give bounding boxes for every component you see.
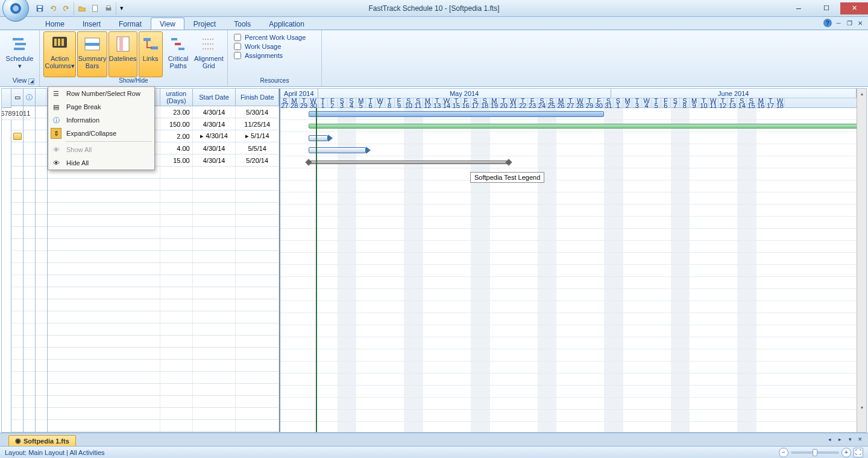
minimize-button[interactable]: ─ xyxy=(785,2,813,14)
table-row[interactable] xyxy=(48,203,279,215)
new-icon[interactable] xyxy=(89,2,101,14)
print-icon[interactable] xyxy=(102,2,115,14)
gantt-bar[interactable] xyxy=(309,111,604,117)
gantt-row[interactable] xyxy=(280,313,857,325)
action-cell[interactable] xyxy=(36,227,47,239)
gantt-row[interactable] xyxy=(280,144,857,156)
legend-box[interactable]: Softpedia Test Legend xyxy=(470,172,544,183)
dd-row-number[interactable]: ☰Row Number/Select Row xyxy=(48,87,154,100)
gantt-row[interactable] xyxy=(280,277,857,289)
dd-information[interactable]: ⓘInformation xyxy=(48,113,154,127)
gantt-row[interactable] xyxy=(280,361,857,374)
action-cell[interactable] xyxy=(24,203,35,215)
action-cell[interactable] xyxy=(11,118,23,130)
dd-expand-collapse[interactable]: ⇕Expand/Collapse xyxy=(48,127,154,140)
action-cell[interactable] xyxy=(36,118,47,130)
dd-page-break[interactable]: ▤Page Break xyxy=(48,100,154,113)
action-cell[interactable] xyxy=(36,191,47,203)
gantt-row[interactable] xyxy=(280,325,857,337)
table-row[interactable] xyxy=(48,215,279,227)
work-usage-check[interactable]: Work Usage xyxy=(234,43,306,50)
zoom-in-button[interactable]: + xyxy=(841,448,851,457)
table-row[interactable] xyxy=(48,179,279,191)
table-row[interactable] xyxy=(48,227,279,239)
gantt-row[interactable] xyxy=(280,265,857,277)
gantt-bar[interactable] xyxy=(309,124,857,129)
tab-insert[interactable]: Insert xyxy=(74,17,110,30)
gantt-chart[interactable]: April 2014May 2014June 2014 S27M28T29W30… xyxy=(280,89,857,432)
action-cell[interactable] xyxy=(24,215,35,227)
action-cell[interactable] xyxy=(36,106,47,118)
tab-home[interactable]: Home xyxy=(36,17,74,30)
action-cell[interactable] xyxy=(36,179,47,191)
zoom-slider[interactable] xyxy=(791,451,839,454)
action-cell[interactable] xyxy=(36,167,47,179)
doc-tab[interactable]: ◉Softpedia 1.fts xyxy=(8,435,76,446)
gantt-row[interactable] xyxy=(280,205,857,217)
action-cell[interactable] xyxy=(36,154,47,167)
gantt-row[interactable] xyxy=(280,337,857,349)
open-icon[interactable] xyxy=(76,2,88,14)
gantt-row[interactable] xyxy=(280,289,857,301)
gantt-bar[interactable] xyxy=(309,161,509,164)
action-cell[interactable] xyxy=(36,203,47,215)
help-icon[interactable]: ? xyxy=(823,19,832,27)
tab-close-button[interactable]: ✕ xyxy=(856,435,864,444)
action-cell[interactable] xyxy=(24,154,35,167)
gantt-row[interactable] xyxy=(280,108,857,120)
critical-paths-button[interactable]: Critical Paths xyxy=(164,31,193,77)
zoom-out-button[interactable]: − xyxy=(779,448,788,457)
gantt-bar[interactable] xyxy=(309,135,328,141)
action-cell[interactable] xyxy=(11,106,23,118)
tab-view[interactable]: View xyxy=(151,17,184,30)
action-cell[interactable] xyxy=(11,167,23,179)
gantt-row[interactable] xyxy=(280,410,857,422)
qat-dropdown-icon[interactable]: ▾ xyxy=(118,2,125,14)
action-cell[interactable] xyxy=(11,215,23,227)
action-cell[interactable] xyxy=(11,130,23,142)
tab-tools[interactable]: Tools xyxy=(225,17,260,30)
view-dialog-launcher[interactable]: ◢ xyxy=(28,78,34,84)
schedule-button[interactable]: Schedule▾ xyxy=(4,31,36,77)
gantt-row[interactable] xyxy=(280,386,857,398)
zoom-fit-button[interactable]: ⛶ xyxy=(854,448,863,457)
col-finish-date[interactable]: Finish Date xyxy=(236,89,279,106)
tab-prev-button[interactable]: ◂ xyxy=(825,435,834,444)
gantt-row[interactable] xyxy=(280,301,857,313)
alignment-grid-button[interactable]: Alignment Grid xyxy=(194,31,224,77)
dd-show-all[interactable]: 👁Show All xyxy=(48,143,154,156)
redo-icon[interactable] xyxy=(60,2,72,14)
action-cell[interactable] xyxy=(11,154,23,167)
action-cell[interactable] xyxy=(11,142,23,154)
action-cell[interactable] xyxy=(24,106,35,118)
action-cell[interactable] xyxy=(24,227,35,239)
close-button[interactable]: ✕ xyxy=(840,2,868,14)
action-cell[interactable] xyxy=(36,142,47,154)
gantt-row[interactable] xyxy=(280,398,857,410)
dd-hide-all[interactable]: 👁Hide All xyxy=(48,156,154,170)
gantt-row[interactable] xyxy=(280,229,857,241)
tab-application[interactable]: Application xyxy=(260,17,313,30)
percent-work-usage-check[interactable]: Percent Work Usage xyxy=(234,34,306,41)
zoom-control[interactable]: − + ⛶ xyxy=(779,448,863,457)
action-cell[interactable] xyxy=(11,179,23,191)
action-cell[interactable] xyxy=(11,227,23,239)
datelines-button[interactable]: Datelines xyxy=(108,31,137,77)
gantt-row[interactable] xyxy=(280,374,857,386)
tab-format[interactable]: Format xyxy=(110,17,151,30)
mdi-restore-button[interactable]: ❐ xyxy=(845,19,854,27)
action-columns-button[interactable]: Action Columns▾ xyxy=(43,31,76,77)
links-button[interactable]: Links xyxy=(139,31,163,77)
action-cell[interactable] xyxy=(24,167,35,179)
gantt-row[interactable] xyxy=(280,217,857,229)
gantt-row[interactable] xyxy=(280,422,857,432)
gantt-row[interactable] xyxy=(280,349,857,361)
gantt-row[interactable] xyxy=(280,180,857,192)
undo-icon[interactable] xyxy=(47,2,59,14)
summary-bars-button[interactable]: Summary Bars xyxy=(77,31,107,77)
gantt-bar[interactable] xyxy=(309,147,366,153)
gantt-row[interactable] xyxy=(280,120,857,132)
save-icon[interactable] xyxy=(34,2,46,14)
action-cell[interactable] xyxy=(24,130,35,142)
mdi-close-button[interactable]: ✕ xyxy=(856,19,864,27)
